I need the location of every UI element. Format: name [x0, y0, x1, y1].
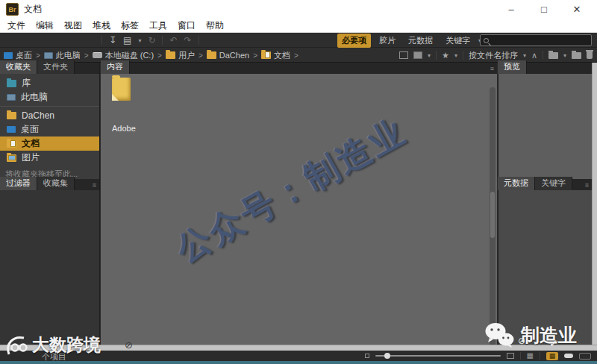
workspace-switcher: 必要项 胶片 元数据 关键字 ▾	[337, 33, 481, 48]
breadcrumb-desktop[interactable]: 桌面	[4, 50, 32, 61]
breadcrumb-label: 用户	[178, 50, 195, 61]
window-horizontal-scrollbar[interactable]	[0, 345, 597, 351]
breadcrumb-label: 此电脑	[56, 50, 81, 61]
toolbar-separator	[101, 36, 102, 45]
workspace-keywords[interactable]: 关键字	[441, 34, 475, 48]
menu-window[interactable]: 窗口	[178, 19, 196, 32]
favorites-item-desktop[interactable]: 桌面	[0, 122, 99, 136]
thumbnail-dropdown-caret-icon[interactable]: ▾	[428, 52, 431, 59]
breadcrumb-dachen[interactable]: DaChen	[207, 51, 249, 60]
tab-favorites[interactable]: 收藏夹	[0, 60, 37, 74]
workspace-filmstrip[interactable]: 胶片	[375, 34, 400, 48]
menu-stacks[interactable]: 堆栈	[93, 19, 110, 32]
refine-dropdown-caret-icon[interactable]: ▾	[138, 37, 141, 44]
breadcrumb-separator: >	[84, 51, 89, 60]
menu-bar: 文件 编辑 视图 堆栈 标签 工具 窗口 帮助	[0, 19, 597, 33]
content-item-label: Adobe	[112, 124, 151, 133]
minimize-button[interactable]: –	[503, 4, 519, 15]
sort-dropdown-caret-icon[interactable]: ▾	[523, 52, 526, 59]
refresh-icon[interactable]: ↻	[148, 35, 155, 46]
tab-folders[interactable]: 文件夹	[37, 60, 75, 74]
breadcrumb-label: 本地磁盘 (C:)	[105, 50, 154, 61]
computer-icon	[44, 52, 53, 59]
content-panel-menu-icon[interactable]: ≡	[490, 65, 494, 72]
recent-dropdown-caret-icon[interactable]: ▾	[563, 52, 566, 59]
favorites-item-label: 库	[22, 77, 31, 90]
redo-icon[interactable]: ↷	[184, 35, 192, 46]
search-icon	[484, 38, 489, 43]
favorites-item-label: 文档	[22, 137, 40, 150]
thumbnail-size-slider[interactable]	[375, 355, 501, 357]
favorites-divider	[0, 106, 99, 107]
favorites-item-documents[interactable]: 文档	[0, 136, 99, 151]
filter-items-icon[interactable]	[399, 51, 408, 59]
content-body[interactable]: Adobe	[101, 74, 497, 345]
close-button[interactable]: ✕	[569, 4, 585, 15]
undo-icon[interactable]: ↶	[169, 35, 177, 46]
folder-icon	[207, 51, 216, 59]
tab-filter[interactable]: 过滤器	[0, 177, 37, 190]
desktop-icon	[4, 52, 13, 59]
metadata-body	[498, 190, 592, 345]
refine-stacks-icon[interactable]: ▤	[123, 35, 131, 46]
tab-content[interactable]: 内容	[101, 60, 130, 74]
folder-icon	[166, 51, 175, 59]
star-rating-filter-icon[interactable]: ★	[442, 51, 449, 60]
sort-ascending-icon[interactable]: ∧	[531, 51, 537, 60]
favorites-item-libraries[interactable]: 库	[0, 76, 99, 90]
menu-help[interactable]: 帮助	[206, 19, 224, 32]
content-scrollbar-thumb[interactable]	[490, 192, 495, 238]
larger-thumbnails-icon[interactable]	[507, 353, 514, 359]
open-recent-folder-icon[interactable]	[548, 52, 558, 59]
smaller-thumbnails-icon[interactable]	[365, 354, 369, 358]
workspace-metadata[interactable]: 元数据	[404, 34, 437, 48]
tab-keywords[interactable]: 关键字	[535, 177, 572, 190]
view-as-thumbnails-button[interactable]: ▦	[546, 352, 558, 360]
lock-grid-icon[interactable]: ▦	[527, 352, 534, 360]
filter-panel-menu-icon[interactable]: ≡	[93, 181, 96, 189]
metadata-panel: 元数据 关键字 ≡	[498, 179, 592, 345]
thumbnail-quality-icon[interactable]	[413, 51, 422, 59]
sort-by-filename-label[interactable]: 按文件名排序	[469, 50, 518, 61]
breadcrumb-local-disk-c[interactable]: 本地磁盘 (C:)	[93, 50, 154, 61]
metadata-panel-menu-icon[interactable]: ≡	[585, 181, 589, 189]
desktop-icon	[7, 126, 16, 133]
menu-file[interactable]: 文件	[7, 19, 25, 32]
import-photos-icon[interactable]: ↧	[109, 35, 116, 46]
workspace-essentials[interactable]: 必要项	[337, 34, 371, 48]
folder-icon	[7, 112, 16, 119]
breadcrumb-users[interactable]: 用户	[166, 50, 195, 61]
delete-item-icon[interactable]	[587, 51, 593, 59]
slider-thumb[interactable]	[384, 353, 390, 359]
content-vertical-scrollbar[interactable]	[490, 87, 496, 356]
libraries-folder-icon	[7, 80, 16, 87]
tab-collections[interactable]: 收藏集	[37, 177, 75, 190]
rating-dropdown-caret-icon[interactable]: ▾	[454, 52, 457, 59]
new-folder-icon[interactable]	[572, 52, 581, 59]
tab-preview[interactable]: 预览	[498, 60, 527, 74]
window-vertical-scrollbar[interactable]	[592, 63, 597, 345]
tab-metadata[interactable]: 元数据	[498, 177, 535, 190]
menu-label[interactable]: 标签	[121, 19, 139, 32]
view-as-list-button[interactable]	[579, 353, 591, 360]
favorites-panel: 收藏夹 文件夹 库 此电脑 DaChen 桌面 文档 图片 将收藏夹拖移至此..…	[0, 63, 100, 179]
pathbar-separator	[436, 51, 437, 60]
search-box[interactable]	[480, 34, 592, 46]
favorites-item-pictures[interactable]: 图片	[0, 151, 99, 165]
breadcrumb-label: 文档	[274, 50, 290, 61]
favorites-item-dachen[interactable]: DaChen	[0, 108, 99, 122]
window-bottom-edge	[0, 361, 597, 364]
search-input[interactable]	[491, 37, 588, 45]
pathbar-separator	[543, 51, 543, 60]
pictures-folder-icon	[7, 154, 16, 162]
content-item-adobe-folder[interactable]: Adobe	[112, 78, 151, 133]
breadcrumb-this-pc[interactable]: 此电脑	[44, 50, 81, 61]
view-as-details-button[interactable]	[564, 354, 573, 358]
maximize-button[interactable]: □	[536, 4, 552, 15]
menu-view[interactable]: 视图	[64, 19, 82, 32]
menu-tools[interactable]: 工具	[149, 19, 167, 32]
menu-edit[interactable]: 编辑	[36, 19, 54, 32]
favorites-item-this-pc[interactable]: 此电脑	[0, 90, 99, 104]
breadcrumb-separator: >	[199, 51, 203, 60]
breadcrumb-documents[interactable]: 文档	[261, 50, 290, 61]
